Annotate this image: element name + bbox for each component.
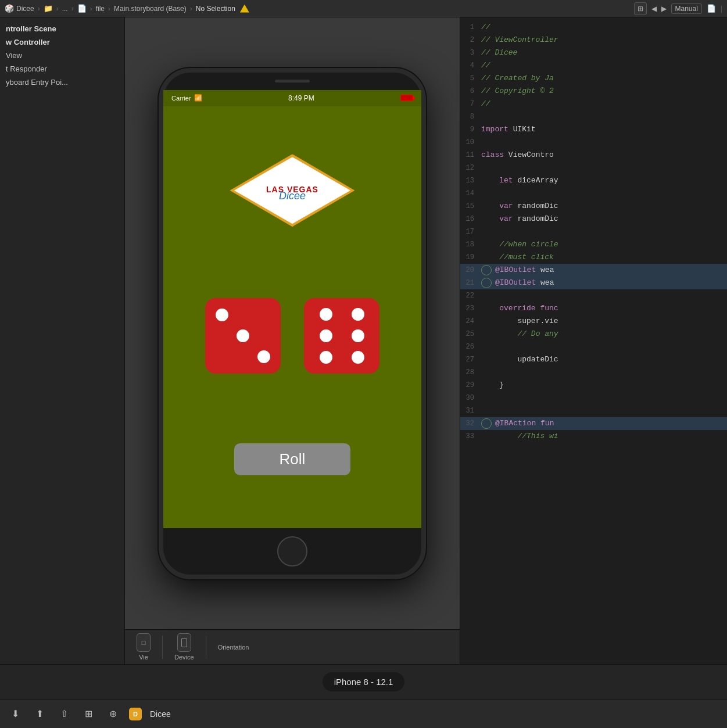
toolbar-people-button[interactable]: ⊕ — [105, 706, 121, 722]
code-line-27: 27 updateDic — [460, 353, 727, 366]
iboutlet-circle-20[interactable] — [481, 265, 492, 275]
toolbar-share-button[interactable]: ⇧ — [56, 706, 72, 722]
code-content-21: @IBOutlet wea — [495, 277, 727, 289]
code-content-16: var randomDic — [481, 213, 727, 225]
grid-layout-button[interactable]: ⊞ — [634, 2, 647, 15]
orientation-button[interactable]: Orientation — [218, 644, 249, 651]
breadcrumb-folder: 📁 — [44, 4, 53, 13]
line-num-14: 14 — [460, 187, 481, 200]
line-num-17: 17 — [460, 225, 481, 238]
device-button[interactable]: Device — [174, 633, 194, 661]
iphone-top-notch — [163, 73, 421, 90]
code-content-24: super.vie — [481, 315, 727, 328]
code-content-23: override func — [481, 302, 727, 315]
dice-row — [205, 298, 379, 374]
line-num-7: 7 — [460, 98, 481, 110]
code-content-11: class ViewContro — [481, 149, 727, 162]
code-line-2: 2 // ViewController — [460, 34, 727, 46]
line-num-11: 11 — [460, 149, 481, 162]
roll-button[interactable]: Roll — [234, 443, 350, 475]
code-content-2: // ViewController — [481, 34, 727, 46]
scene-view-controller[interactable]: w Controller — [0, 35, 124, 49]
iphone-home-area — [163, 528, 421, 575]
device-name-label: iPhone 8 - 12.1 — [334, 677, 393, 687]
code-content-7: // — [481, 98, 727, 110]
line-num-30: 30 — [460, 392, 481, 404]
status-bar-right — [400, 95, 413, 101]
breadcrumb-ellipsis-2[interactable]: file — [96, 5, 105, 13]
nav-back-button[interactable]: ◀ — [651, 5, 657, 13]
toolbar-app-name: Dicee — [150, 709, 171, 719]
breadcrumb-sep-6: › — [190, 5, 192, 13]
code-line-11: 11 class ViewContro — [460, 149, 727, 162]
home-button[interactable] — [277, 536, 307, 566]
line-num-8: 8 — [460, 110, 481, 123]
iphone-speaker — [275, 80, 310, 83]
dot-r-2-1 — [320, 329, 332, 342]
device-label-badge: iPhone 8 - 12.1 — [323, 672, 405, 691]
toolbar-layout-button[interactable]: ⊞ — [80, 706, 96, 722]
status-bar-left: Carrier 📶 — [171, 94, 202, 102]
breadcrumb-storyboard[interactable]: Main.storyboard (Base) — [114, 5, 187, 13]
line-num-2: 2 — [460, 34, 481, 46]
breadcrumb-sep-1: › — [38, 5, 40, 13]
line-num-19: 19 — [460, 251, 481, 264]
scene-keyboard-entry[interactable]: yboard Entry Poi... — [0, 76, 124, 89]
line-num-23: 23 — [460, 302, 481, 315]
line-num-1: 1 — [460, 21, 481, 34]
ibaction-circle-32[interactable] — [481, 418, 492, 429]
code-line-7: 7 // — [460, 98, 727, 110]
code-content-3: // Dicee — [481, 46, 727, 59]
code-content-20: @IBOutlet wea — [495, 264, 727, 277]
code-line-14: 14 — [460, 187, 727, 200]
view-toggle-button[interactable]: □ Vie — [137, 633, 151, 661]
line-num-29: 29 — [460, 379, 481, 392]
logo-wrapper: LAS VEGAS Dicee — [228, 153, 356, 228]
code-line-30: 30 — [460, 392, 727, 404]
line-num-12: 12 — [460, 162, 481, 174]
code-line-12: 12 — [460, 162, 727, 174]
code-line-10: 10 — [460, 136, 727, 149]
toolbar-upload-button[interactable]: ⬆ — [31, 706, 48, 722]
dot-3-3 — [257, 350, 270, 363]
inspector-mode-label[interactable]: Manual — [671, 3, 702, 14]
breadcrumb-no-selection[interactable]: No Selection — [196, 5, 235, 13]
dot-r-3-1 — [320, 351, 332, 364]
breadcrumb-ellipsis-1[interactable]: ... — [62, 5, 68, 13]
device-icon — [177, 633, 191, 652]
code-line-4: 4 // — [460, 59, 727, 72]
toolbar-download-button[interactable]: ⬇ — [7, 706, 23, 722]
code-line-19: 19 //must click — [460, 251, 727, 264]
orientation-label: Orientation — [218, 644, 249, 651]
code-line-5: 5 // Created by Ja — [460, 72, 727, 85]
scene-view[interactable]: View — [0, 49, 124, 62]
line-num-18: 18 — [460, 238, 481, 251]
code-line-15: 15 var randomDic — [460, 200, 727, 213]
code-content-29: } — [481, 379, 727, 392]
logo-bottom-text: Dicee — [279, 190, 306, 202]
code-content-18: //when circle — [481, 238, 727, 251]
app-content: LAS VEGAS Dicee — [163, 106, 421, 528]
code-line-17: 17 — [460, 225, 727, 238]
toolbar-app-icon: D — [129, 708, 142, 720]
nav-forward-button[interactable]: ▶ — [661, 5, 667, 13]
iphone-screen: Carrier 📶 8:49 PM — [163, 90, 421, 528]
line-num-6: 6 — [460, 85, 481, 98]
code-line-13: 13 let diceArray — [460, 174, 727, 187]
scene-first-responder[interactable]: t Responder — [0, 62, 124, 76]
warning-icon[interactable] — [240, 5, 249, 13]
wifi-icon: 📶 — [194, 94, 202, 102]
line-num-28: 28 — [460, 366, 481, 379]
code-line-26: 26 — [460, 340, 727, 353]
breadcrumb-dicee[interactable]: Dicee — [16, 5, 34, 13]
code-content-9: import UIKit — [481, 123, 727, 136]
breadcrumb-sep-4: › — [90, 5, 92, 13]
iboutlet-circle-21[interactable] — [481, 278, 492, 288]
canvas-bottom-bar: □ Vie Device Orientation — [125, 629, 460, 664]
status-bar-time: 8:49 PM — [288, 94, 314, 102]
code-content-33: //This wi — [481, 430, 727, 443]
code-content-1: // — [481, 21, 727, 34]
code-line-6: 6 // Copyright © 2 — [460, 85, 727, 98]
die-left[interactable] — [205, 298, 281, 374]
die-right[interactable] — [304, 298, 379, 374]
